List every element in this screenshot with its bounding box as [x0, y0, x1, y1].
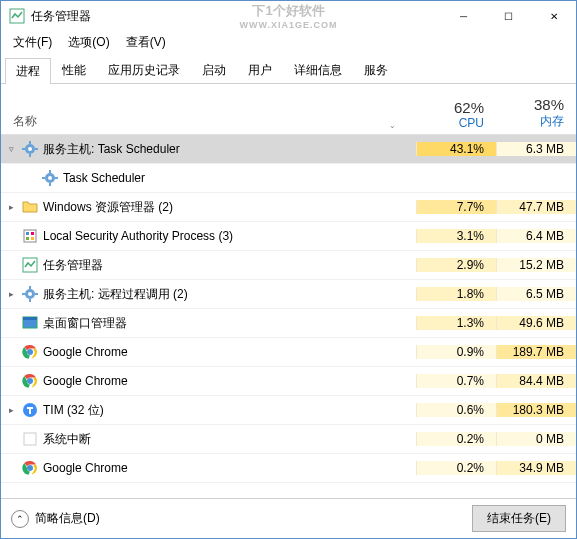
process-name: Windows 资源管理器 (2) — [39, 199, 416, 216]
process-row[interactable]: Google Chrome0.7%84.4 MB — [1, 367, 576, 396]
folder-icon — [21, 199, 39, 215]
cpu-value: 3.1% — [416, 229, 496, 243]
expand-toggle-icon[interactable]: ▿ — [1, 144, 21, 154]
tab-5[interactable]: 详细信息 — [283, 57, 353, 83]
memory-value: 84.4 MB — [496, 374, 576, 388]
cpu-value: 0.9% — [416, 345, 496, 359]
process-name: TIM (32 位) — [39, 402, 416, 419]
process-row[interactable]: Local Security Authority Process (3)3.1%… — [1, 222, 576, 251]
memory-value: 6.4 MB — [496, 229, 576, 243]
gear-icon — [41, 170, 59, 186]
blank-icon — [21, 431, 39, 447]
minimize-button[interactable]: ─ — [441, 1, 486, 31]
tab-0[interactable]: 进程 — [5, 58, 51, 84]
memory-value: 189.7 MB — [496, 345, 576, 359]
chevron-up-icon: ⌃ — [11, 510, 29, 528]
process-name: 服务主机: 远程过程调用 (2) — [39, 286, 416, 303]
chrome-icon — [21, 460, 39, 476]
process-row[interactable]: 系统中断0.2%0 MB — [1, 425, 576, 454]
svg-rect-13 — [24, 230, 36, 242]
column-cpu[interactable]: 62% CPU — [416, 99, 496, 130]
memory-value: 15.2 MB — [496, 258, 576, 272]
cpu-value: 2.9% — [416, 258, 496, 272]
process-name: 任务管理器 — [39, 257, 416, 274]
sort-indicator-icon: ⌄ — [389, 121, 396, 130]
maximize-button[interactable]: ☐ — [486, 1, 531, 31]
svg-rect-26 — [23, 317, 37, 320]
cpu-value: 0.6% — [416, 403, 496, 417]
cpu-value: 1.3% — [416, 316, 496, 330]
process-row[interactable]: Task Scheduler — [1, 164, 576, 193]
process-name: 桌面窗口管理器 — [39, 315, 416, 332]
svg-point-2 — [28, 147, 32, 151]
tab-2[interactable]: 应用历史记录 — [97, 57, 191, 83]
process-row[interactable]: ▸Windows 资源管理器 (2)7.7%47.7 MB — [1, 193, 576, 222]
process-row[interactable]: ▸服务主机: 远程过程调用 (2)1.8%6.5 MB — [1, 280, 576, 309]
memory-value: 6.5 MB — [496, 287, 576, 301]
cpu-value: 7.7% — [416, 200, 496, 214]
process-row[interactable]: Google Chrome0.9%189.7 MB — [1, 338, 576, 367]
cpu-value: 0.2% — [416, 432, 496, 446]
process-list[interactable]: ▿服务主机: Task Scheduler43.1%6.3 MBTask Sch… — [1, 135, 576, 498]
memory-value: 180.3 MB — [496, 403, 576, 417]
tabs: 进程性能应用历史记录启动用户详细信息服务 — [1, 53, 576, 84]
tab-6[interactable]: 服务 — [353, 57, 399, 83]
process-row[interactable]: 任务管理器2.9%15.2 MB — [1, 251, 576, 280]
svg-rect-17 — [31, 237, 34, 240]
menu-file[interactable]: 文件(F) — [5, 32, 60, 53]
memory-value: 47.7 MB — [496, 200, 576, 214]
menu-options[interactable]: 选项(O) — [60, 32, 117, 53]
chrome-icon — [21, 373, 39, 389]
tab-4[interactable]: 用户 — [237, 57, 283, 83]
menubar: 文件(F) 选项(O) 查看(V) — [1, 31, 576, 53]
titlebar[interactable]: 任务管理器 下1个好软件 WWW.XIA1GE.COM ─ ☐ ✕ — [1, 1, 576, 31]
close-button[interactable]: ✕ — [531, 1, 576, 31]
end-task-button[interactable]: 结束任务(E) — [472, 505, 566, 532]
tim-icon — [21, 402, 39, 418]
window-title: 任务管理器 — [31, 8, 441, 25]
process-name: 系统中断 — [39, 431, 416, 448]
process-row[interactable]: ▸TIM (32 位)0.6%180.3 MB — [1, 396, 576, 425]
menu-view[interactable]: 查看(V) — [118, 32, 174, 53]
taskmgr-icon — [21, 257, 39, 273]
svg-point-20 — [28, 292, 32, 296]
cpu-value: 0.2% — [416, 461, 496, 475]
content: 名称 ⌄ 62% CPU 38% 内存 ▿服务主机: Task Schedule… — [1, 84, 576, 498]
gear-icon — [21, 286, 39, 302]
gear-icon — [21, 141, 39, 157]
memory-value: 34.9 MB — [496, 461, 576, 475]
cpu-value: 43.1% — [416, 142, 496, 156]
svg-rect-16 — [26, 237, 29, 240]
shield-icon — [21, 228, 39, 244]
svg-rect-15 — [31, 232, 34, 235]
process-name: Google Chrome — [39, 345, 416, 359]
fewer-details-button[interactable]: ⌃ 简略信息(D) — [11, 510, 100, 528]
expand-toggle-icon[interactable]: ▸ — [1, 405, 21, 415]
expand-toggle-icon[interactable]: ▸ — [1, 289, 21, 299]
process-name: 服务主机: Task Scheduler — [39, 141, 416, 158]
column-memory[interactable]: 38% 内存 — [496, 96, 576, 130]
tab-3[interactable]: 启动 — [191, 57, 237, 83]
cpu-value: 1.8% — [416, 287, 496, 301]
column-headers: 名称 ⌄ 62% CPU 38% 内存 — [1, 84, 576, 135]
process-name: Local Security Authority Process (3) — [39, 229, 416, 243]
process-row[interactable]: Google Chrome0.2%34.9 MB — [1, 454, 576, 483]
footer: ⌃ 简略信息(D) 结束任务(E) — [1, 498, 576, 538]
memory-value: 49.6 MB — [496, 316, 576, 330]
column-name[interactable]: 名称 — [1, 113, 389, 130]
process-name: Task Scheduler — [59, 171, 416, 185]
memory-value: 6.3 MB — [496, 142, 576, 156]
tab-1[interactable]: 性能 — [51, 57, 97, 83]
process-name: Google Chrome — [39, 461, 416, 475]
cpu-value: 0.7% — [416, 374, 496, 388]
svg-point-8 — [48, 176, 52, 180]
app-icon — [9, 8, 25, 24]
expand-toggle-icon[interactable]: ▸ — [1, 202, 21, 212]
svg-rect-34 — [24, 433, 36, 445]
memory-value: 0 MB — [496, 432, 576, 446]
process-name: Google Chrome — [39, 374, 416, 388]
dwm-icon — [21, 315, 39, 331]
process-row[interactable]: ▿服务主机: Task Scheduler43.1%6.3 MB — [1, 135, 576, 164]
svg-rect-14 — [26, 232, 29, 235]
process-row[interactable]: 桌面窗口管理器1.3%49.6 MB — [1, 309, 576, 338]
